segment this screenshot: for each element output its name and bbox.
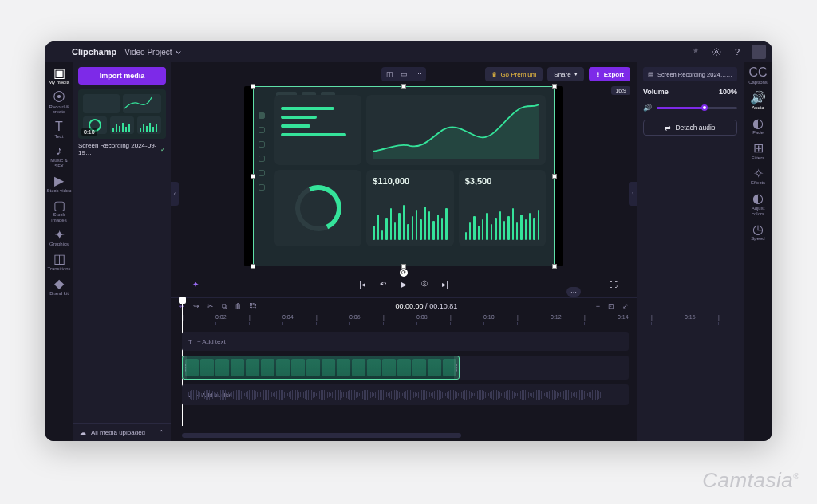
split-icon[interactable]: ✂ [207, 302, 214, 310]
text-track[interactable]: T + Add text [182, 332, 629, 351]
skip-end-icon[interactable]: ▸| [440, 278, 451, 289]
panel-collapse-left[interactable]: ‹ [171, 182, 179, 206]
crop-tool-icon[interactable]: ◫ [383, 69, 396, 80]
canvas-tools: ◫ ▭ ⋯ [381, 67, 426, 81]
delete-icon[interactable]: 🗑 [235, 302, 242, 310]
settings-icon[interactable] [710, 45, 723, 58]
left-rail-music[interactable]: ♪Music & SFX [46, 145, 72, 168]
svg-rect-10 [119, 126, 120, 132]
rail-label: Music & SFX [46, 158, 72, 168]
unlink-icon: ⇄ [665, 124, 671, 132]
svg-rect-18 [152, 127, 154, 132]
left-rail-my-media[interactable]: ▣My media [46, 67, 72, 85]
resize-handle[interactable] [251, 264, 255, 269]
share-button[interactable]: Share▾ [547, 67, 583, 81]
left-rail-stock-video[interactable]: ▶Stock video [46, 175, 72, 194]
left-rail: ▣My media⦿Record & createTText♪Music & S… [45, 62, 73, 441]
copy-icon[interactable]: ⧉ [222, 302, 227, 311]
selected-clip-chip[interactable]: ▤ Screen Recording 2024….mov [643, 67, 737, 81]
metric-2: $3,500 [465, 176, 539, 186]
rail-label: Speed [751, 236, 764, 242]
timeline-scrollbar[interactable] [182, 433, 461, 438]
right-rail-captions[interactable]: CCCaptions [745, 67, 771, 85]
clip-selection[interactable]: $110,000 $3,500 ⟳ [253, 86, 555, 266]
rail-label: Stock images [46, 212, 72, 222]
step-forward-icon[interactable]: ⦾ [419, 278, 430, 289]
clip-trim-right[interactable]: ┆ [454, 356, 459, 379]
left-rail-stock-images[interactable]: ▢Stock images [46, 199, 72, 222]
svg-rect-3 [123, 94, 161, 113]
topbar: Clipchamp Video Project ? [45, 41, 772, 62]
rail-label: Brand kit [49, 291, 69, 297]
timeline-options[interactable]: ⋯ [566, 287, 581, 297]
right-rail-adjust[interactable]: ◐Adjust colors [745, 193, 771, 216]
left-rail-transitions[interactable]: ◫Transitions [46, 254, 72, 272]
step-back-icon[interactable]: ↶ [377, 278, 389, 289]
right-rail-effects[interactable]: ✧Effects [745, 167, 771, 186]
resize-handle[interactable] [552, 84, 557, 89]
skip-start-icon[interactable]: |◂ [357, 278, 368, 289]
left-rail-record[interactable]: ⦿Record & create [46, 92, 72, 115]
left-rail-text[interactable]: TText [46, 121, 72, 140]
zoom-out-icon[interactable]: − [596, 302, 600, 310]
music-icon: ♪ [52, 145, 66, 156]
media-upload-status[interactable]: ☁ All media uploaded ⌃ [73, 423, 171, 441]
film-icon: ▤ [648, 71, 654, 78]
time-ruler[interactable]: |0:02|0:04|0:06|0:08|0:10|0:12|0:14|0:16… [182, 314, 637, 327]
resize-handle[interactable] [552, 264, 557, 269]
watermark: Camtasia® [702, 468, 799, 493]
text-icon: T [52, 121, 66, 132]
svg-rect-17 [149, 123, 151, 132]
svg-rect-16 [146, 126, 148, 132]
right-rail-speed[interactable]: ◷Speed [745, 223, 771, 242]
svg-rect-14 [140, 128, 141, 132]
project-name-dropdown[interactable]: Video Project [124, 48, 180, 57]
video-clip[interactable]: ┆ ┆ [182, 356, 460, 380]
export-button[interactable]: ⇪Export [589, 67, 630, 81]
upload-icon: ⇪ [595, 71, 601, 78]
zoom-fit-icon[interactable]: ⊡ [608, 302, 614, 310]
user-avatar[interactable] [752, 45, 766, 59]
left-rail-graphics[interactable]: ✦Graphics [46, 229, 72, 247]
play-button[interactable]: ▶ [398, 278, 409, 289]
resize-handle[interactable] [251, 174, 255, 179]
media-thumbnail[interactable]: 0:10 [78, 89, 166, 139]
volume-value: 100% [719, 88, 737, 96]
speed-icon: ◷ [751, 223, 765, 234]
rail-label: Audio [752, 105, 764, 111]
zoom-in-icon[interactable]: ⤢ [622, 302, 629, 310]
video-track[interactable]: ┆ ┆ [182, 356, 629, 380]
svg-rect-11 [122, 123, 124, 132]
resize-handle[interactable] [251, 84, 255, 89]
more-tools-icon[interactable]: ⋯ [412, 69, 424, 80]
record-icon: ⦿ [52, 92, 66, 103]
go-premium-button[interactable]: ♛Go Premium [485, 67, 543, 81]
detach-audio-button[interactable]: ⇄ Detach audio [643, 120, 737, 136]
fit-tool-icon[interactable]: ▭ [397, 69, 410, 80]
help-icon[interactable]: ? [731, 45, 744, 58]
right-rail-filters[interactable]: ⊞Filters [745, 143, 771, 161]
audio-track[interactable]: ♪ + Add audio [182, 384, 629, 405]
right-rail-fade[interactable]: ◐Fade [745, 117, 771, 136]
svg-point-0 [716, 51, 718, 53]
fullscreen-icon[interactable]: ⛶ [608, 278, 619, 289]
panel-collapse-right[interactable]: › [629, 182, 637, 206]
aspect-ratio-badge[interactable]: 16:9 [611, 86, 630, 95]
app-menu-icon[interactable] [51, 45, 64, 58]
resize-handle[interactable] [401, 84, 406, 89]
preview-stage[interactable]: $110,000 $3,500 ⟳ [244, 86, 563, 266]
volume-slider[interactable]: 🔊 [643, 102, 737, 113]
dashboard-preview: $110,000 $3,500 [254, 87, 554, 266]
resize-handle[interactable] [552, 174, 557, 179]
rail-label: Effects [751, 180, 765, 186]
import-media-button[interactable]: Import media [78, 67, 166, 85]
text-track-placeholder: + Add text [197, 338, 226, 345]
keyframe-icon[interactable]: ✦ [190, 278, 201, 289]
duplicate-icon[interactable]: ⿻ [250, 302, 257, 310]
timeline-toolbar: ↩ ↪ ✂ ⧉ 🗑 ⿻ 00:00.00 / 00:10.81 − ⊡ ⤢ ⋯ [171, 298, 637, 314]
rail-label: Captions [748, 80, 768, 85]
redo-icon[interactable]: ↪ [193, 302, 199, 310]
upgrade-icon[interactable] [689, 45, 702, 58]
right-rail-audio[interactable]: 🔊Audio [745, 93, 771, 111]
left-rail-brand-kit[interactable]: ◆Brand kit [46, 278, 72, 297]
